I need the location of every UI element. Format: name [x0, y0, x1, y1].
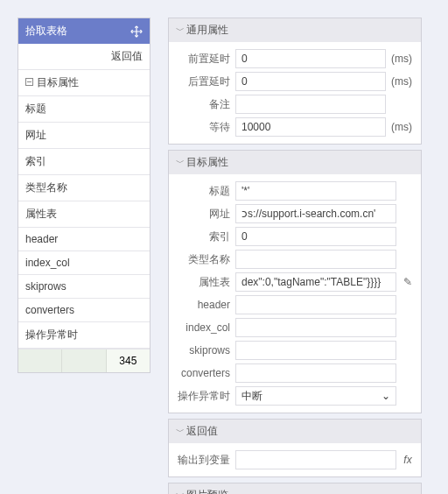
left-row[interactable]: 标题 [18, 96, 150, 123]
wait-input[interactable]: 10000 [235, 117, 386, 137]
field-label: 索引 [176, 229, 230, 244]
unit: (ms) [391, 53, 414, 65]
field-label: header [176, 299, 230, 311]
attrtable-input[interactable]: dex":0,"tagName":"TABLE"}}}} [235, 272, 396, 292]
left-row[interactable]: header [18, 228, 150, 251]
left-panel-header[interactable]: 拾取表格 [18, 18, 150, 44]
left-table-cell [62, 349, 106, 372]
left-table: 345 [18, 349, 150, 372]
typename-input[interactable] [235, 250, 396, 269]
post-delay-input[interactable]: 0 [235, 72, 386, 91]
left-row[interactable]: index_col [18, 251, 150, 275]
chevron-down-icon: ﹀ [176, 157, 183, 169]
url-input[interactable]: ɔs://support.i-search.com.cn' [235, 204, 396, 223]
left-row[interactable]: 类型名称 [18, 175, 150, 201]
onerror-select[interactable]: 中断⌄ [235, 386, 396, 406]
pre-delay-input[interactable]: 0 [235, 49, 386, 68]
field-label: 属性表 [176, 275, 230, 290]
section-title: 图片预览 [186, 488, 228, 494]
section-header[interactable]: ﹀图片预览 [169, 483, 421, 494]
converters-input[interactable] [235, 363, 396, 383]
move-icon[interactable] [130, 25, 143, 38]
section-title: 通用属性 [186, 23, 228, 38]
left-row[interactable]: skiprows [18, 275, 150, 299]
chevron-down-icon: ﹀ [176, 490, 183, 495]
left-row[interactable]: 操作异常时 [18, 322, 150, 349]
outvar-input[interactable] [235, 450, 396, 469]
field-label: 网址 [176, 207, 230, 222]
skiprows-input[interactable] [235, 341, 396, 360]
field-label: index_col [176, 321, 230, 334]
left-panel-title: 拾取表格 [25, 24, 67, 39]
section-preview: ﹀图片预览 345 [168, 483, 422, 494]
field-label: converters [176, 367, 230, 379]
section-header[interactable]: ﹀目标属性 [169, 151, 421, 174]
caption-input[interactable]: '*' [235, 181, 396, 201]
section-title: 目标属性 [186, 155, 228, 170]
left-group-row[interactable]: 目标属性 [18, 70, 150, 96]
field-label: 前置延时 [176, 52, 230, 67]
unit: (ms) [391, 75, 414, 88]
section-return: ﹀返回值 输出到变量fx [168, 419, 422, 477]
section-general: ﹀通用属性 前置延时0(ms) 后置延时0(ms) 备注 等待10000(ms) [168, 18, 422, 145]
chevron-down-icon: ﹀ [176, 426, 183, 438]
section-target: ﹀目标属性 标题'*' 网址ɔs://support.i-search.com.… [168, 150, 422, 413]
left-panel: 拾取表格 返回值 目标属性 标题 网址 索引 类型名称 属性表 header i… [18, 18, 150, 373]
section-header[interactable]: ﹀返回值 [169, 420, 421, 443]
left-group-label: 目标属性 [37, 76, 79, 88]
left-return-label: 返回值 [18, 44, 150, 70]
field-label: 后置延时 [176, 74, 230, 89]
field-label: 等待 [176, 120, 230, 135]
edit-icon[interactable]: ✎ [402, 276, 414, 288]
field-label: 输出到变量 [176, 453, 230, 468]
field-label: 类型名称 [176, 252, 230, 267]
remark-input[interactable] [235, 95, 386, 114]
section-header[interactable]: ﹀通用属性 [169, 18, 421, 42]
field-label: 备注 [176, 97, 230, 112]
index-input[interactable]: 0 [235, 227, 396, 246]
left-table-cell [18, 349, 62, 372]
left-row[interactable]: 网址 [18, 123, 150, 149]
right-panel: ﹀通用属性 前置延时0(ms) 后置延时0(ms) 备注 等待10000(ms)… [168, 18, 422, 494]
left-table-cell: 345 [107, 349, 150, 372]
chevron-down-icon: ﹀ [176, 25, 183, 37]
header-input[interactable] [235, 295, 396, 314]
field-label: skiprows [176, 344, 230, 356]
chevron-down-icon: ⌄ [382, 390, 390, 402]
fx-icon[interactable]: fx [402, 454, 414, 466]
field-label: 操作异常时 [176, 389, 230, 404]
field-label: 标题 [176, 184, 230, 199]
left-row[interactable]: 索引 [18, 149, 150, 175]
unit: (ms) [391, 121, 414, 133]
indexcol-input[interactable] [235, 318, 396, 337]
section-title: 返回值 [186, 424, 218, 439]
collapse-icon[interactable] [25, 78, 33, 86]
left-row[interactable]: converters [18, 299, 150, 322]
left-row[interactable]: 属性表 [18, 201, 150, 228]
